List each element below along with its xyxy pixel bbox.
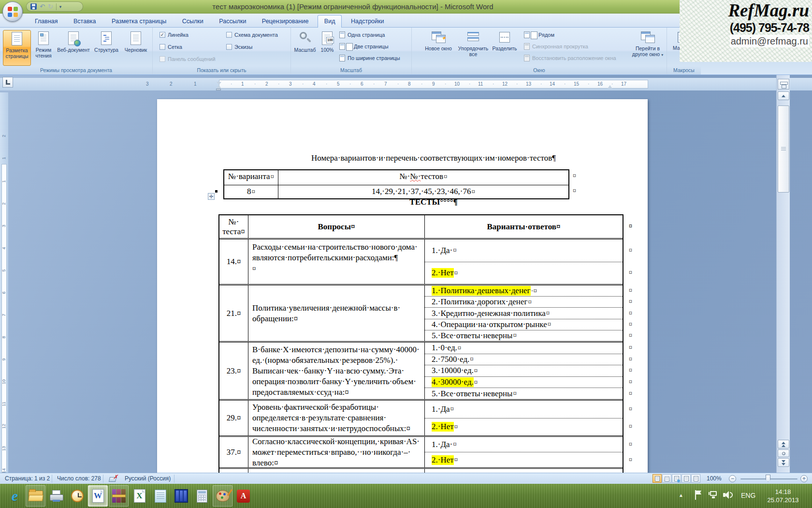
- page-indicator[interactable]: Страница: 1 из 2: [5, 475, 50, 482]
- zoom-100-button[interactable]: 100 100%: [317, 30, 337, 53]
- taskbar: e W X A: [0, 484, 812, 508]
- tests-table: №·теста¤ Вопросы¤ Варианты·ответов¤ ¤ 14…: [218, 214, 624, 473]
- print-layout-button[interactable]: Разметка страницы: [3, 30, 31, 66]
- one-page-button[interactable]: Одна страница: [339, 31, 385, 38]
- two-pages-button[interactable]: Две страницы: [339, 43, 389, 50]
- zoom-level[interactable]: 100%: [707, 475, 722, 482]
- refmag-watermark: RefMag.ru (495) 795-74-78 admin@refmag.r…: [680, 0, 812, 62]
- volume-icon[interactable]: [723, 491, 733, 499]
- tab-ssylki[interactable]: Ссылки: [175, 15, 210, 28]
- tab-recenzirovanie[interactable]: Рецензирование: [255, 15, 316, 28]
- header-cell-num: №·теста¤: [219, 215, 248, 238]
- word-count[interactable]: Число слов: 278: [57, 475, 101, 482]
- zoom-slider-thumb[interactable]: [766, 475, 770, 482]
- draft-button[interactable]: Черновик: [122, 30, 150, 53]
- checkbox-document-map[interactable]: Схема документа: [226, 32, 278, 38]
- tab-rassylki[interactable]: Рассылки: [212, 15, 253, 28]
- excel-icon[interactable]: X: [130, 485, 149, 507]
- new-window-icon: ✦: [432, 31, 445, 43]
- checkbox-icon: [160, 44, 165, 50]
- tray-expand-icon[interactable]: ▲: [679, 493, 683, 498]
- h-ruler: 321·1·2·3·4·5·6·7·8·9·10·11·12·13·14·15·…: [0, 78, 812, 90]
- select-browse-object-button[interactable]: [778, 449, 789, 457]
- checkbox-thumbnails[interactable]: Эскизы: [226, 44, 252, 50]
- zoom-out-button[interactable]: −: [729, 475, 736, 482]
- table-move-handle[interactable]: ✛: [208, 193, 215, 200]
- answer-option: 5.·Все·ответы·неверны¤¤: [425, 388, 623, 399]
- ruler-toggle-button[interactable]: [778, 79, 789, 90]
- redo-icon[interactable]: ↻: [48, 3, 53, 10]
- ruler-number: 8: [1, 334, 6, 341]
- tab-vstavka[interactable]: Вставка: [67, 15, 102, 28]
- tab-glavnaya[interactable]: Главная: [28, 15, 65, 28]
- save-icon[interactable]: [30, 3, 37, 10]
- view-web-button[interactable]: [672, 474, 681, 483]
- customize-dropdown-icon[interactable]: ▾: [59, 4, 62, 9]
- header-cell-questions: Вопросы¤: [248, 215, 425, 238]
- spellcheck-underline: №·: [410, 172, 420, 181]
- keyboard-language[interactable]: ENG: [741, 492, 755, 499]
- hanging-indent-marker[interactable]: [217, 85, 221, 89]
- web-layout-icon: [68, 31, 79, 45]
- internet-explorer-icon[interactable]: e: [5, 485, 25, 507]
- outlook-clock-icon[interactable]: [67, 485, 87, 507]
- language-indicator[interactable]: Русский (Россия): [125, 475, 171, 482]
- vertical-scrollbar[interactable]: [776, 75, 790, 473]
- checkbox-ruler[interactable]: ✓ Линейка: [160, 32, 188, 38]
- tab-vid[interactable]: Вид: [318, 15, 342, 28]
- button-label: Новое окно: [425, 45, 452, 51]
- network-icon[interactable]: [709, 491, 718, 499]
- magnifier-icon: [299, 31, 311, 45]
- web-layout-button[interactable]: Веб-документ: [56, 30, 91, 53]
- ruler-number: 16: [597, 80, 603, 89]
- outline-button[interactable]: Структура: [92, 30, 121, 53]
- archive-shelf-icon[interactable]: [171, 485, 191, 507]
- tab-nadstroyki[interactable]: Надстройки: [344, 15, 391, 28]
- row-end-mark: ¤: [629, 390, 632, 398]
- button-label: Режим чтения: [35, 47, 51, 59]
- document-page[interactable]: Номера·​вариантов·​и·​перечень·​соответс…: [157, 99, 648, 473]
- ruler-number: ·: [564, 80, 566, 89]
- word-icon[interactable]: W: [88, 485, 108, 507]
- spellcheck-status-icon[interactable]: ✗: [109, 475, 118, 482]
- statusbar-divider: [103, 475, 103, 483]
- ruler-number: ·: [493, 80, 494, 89]
- page-width-button[interactable]: По ширине страницы: [339, 55, 400, 61]
- view-reading-button[interactable]: [662, 474, 671, 483]
- view-outline-button[interactable]: [682, 474, 691, 483]
- first-line-indent-marker[interactable]: [217, 82, 221, 85]
- calculator-icon[interactable]: [192, 485, 212, 507]
- button-label: По ширине страницы: [348, 55, 400, 61]
- view-draft-button[interactable]: [691, 474, 700, 483]
- checkbox-gridlines[interactable]: Сетка: [160, 44, 182, 50]
- undo-icon[interactable]: ↶: [40, 3, 45, 10]
- switch-windows-button[interactable]: Перейти в другое окно ▾: [630, 30, 665, 58]
- next-page-button[interactable]: [778, 458, 789, 467]
- zoom-button[interactable]: Масштаб: [294, 30, 316, 53]
- left-indent-marker[interactable]: [216, 89, 221, 90]
- tab-razmetka[interactable]: Разметка страницы: [105, 15, 173, 28]
- view-print-layout-button[interactable]: [652, 474, 662, 483]
- tab-selector-button[interactable]: [2, 77, 13, 88]
- fax-printer-icon[interactable]: [46, 485, 66, 507]
- arrange-all-button[interactable]: Упорядочить все: [456, 30, 490, 57]
- table-cell: 8¤: [224, 185, 278, 198]
- desktop: тест макроэкономика (1) [Режим ограничен…: [0, 0, 812, 508]
- paint-icon[interactable]: [213, 485, 232, 507]
- zoom-in-button[interactable]: +: [800, 475, 808, 482]
- scroll-up-button[interactable]: [778, 91, 789, 100]
- new-window-button[interactable]: ✦ Новое окно: [424, 30, 452, 51]
- scrollbar-thumb[interactable]: [778, 105, 789, 193]
- winrar-icon[interactable]: [109, 485, 129, 507]
- reading-mode-button[interactable]: Режим чтения: [32, 30, 55, 59]
- acrobat-reader-icon[interactable]: A: [233, 485, 253, 507]
- view-side-by-side-button[interactable]: Рядом: [524, 31, 554, 38]
- sync-scroll-icon: [524, 43, 530, 50]
- office-button[interactable]: [2, 1, 23, 22]
- action-center-flag-icon[interactable]: [695, 490, 702, 500]
- file-explorer-icon[interactable]: [26, 485, 45, 507]
- previous-page-button[interactable]: [778, 440, 789, 448]
- notepad-icon[interactable]: [150, 485, 170, 507]
- split-button[interactable]: Разделить: [491, 30, 518, 51]
- clock[interactable]: 14:18 25.07.2013: [761, 488, 805, 504]
